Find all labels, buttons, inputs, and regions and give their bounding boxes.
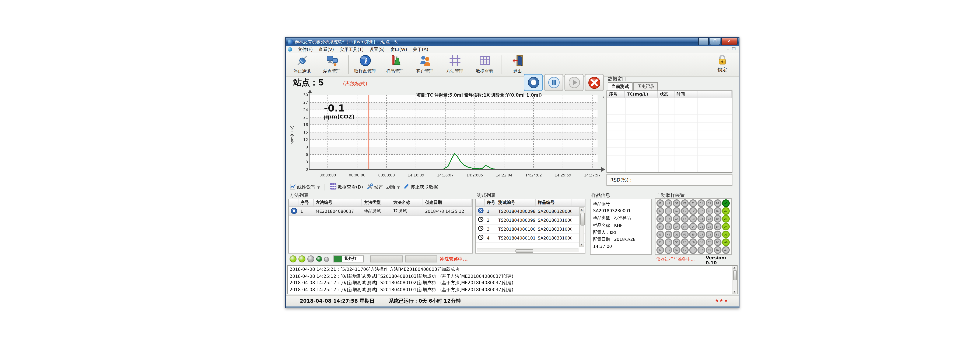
y-tick-label: 21 xyxy=(303,115,308,119)
well-label: C3 xyxy=(708,218,711,221)
well-label: F1 xyxy=(683,202,686,205)
well-label: A2 xyxy=(724,210,727,213)
sample-type: 样品类型：标准样品 xyxy=(593,215,649,222)
pen-icon xyxy=(403,183,409,191)
y-axis-label: ppm(CO2) xyxy=(290,126,294,145)
status-light-1 xyxy=(290,256,296,262)
scroll-thumb[interactable] xyxy=(580,213,585,226)
pause-button[interactable] xyxy=(544,74,563,91)
log-scrollbar[interactable]: ▲ ▼ xyxy=(732,266,737,294)
table-row[interactable]: 2 TS201804080099 SA201803310000 xyxy=(476,216,585,225)
scroll-up-arrow[interactable]: ▲ xyxy=(580,208,584,211)
title-bar[interactable]: 泰林总有机碳分析系统软件[zt(jbyh)郑州] - [站点：5] – ❐ ✕ xyxy=(286,38,739,46)
scroll-down-arrow[interactable]: ▼ xyxy=(732,290,736,294)
test-pending-clock-icon xyxy=(478,217,484,224)
menu-file[interactable]: 文件(F) xyxy=(298,46,313,53)
well-label: C4 xyxy=(708,225,711,228)
settings-button[interactable]: 设置 xyxy=(366,183,383,191)
cell-sample-no: SA201803310002 xyxy=(536,235,571,241)
refresh-label: 刷新 xyxy=(386,184,395,190)
x-tick-label: 00:00:00 xyxy=(349,173,366,177)
status-light-3 xyxy=(307,256,314,262)
toolbar-separator xyxy=(501,55,501,74)
child-restore-button[interactable]: ❐ xyxy=(732,46,736,53)
well-label: G1 xyxy=(675,202,678,205)
exit-button[interactable]: 退出 xyxy=(503,53,533,75)
maximize-button[interactable]: ❐ xyxy=(710,38,721,45)
well-label: I6 xyxy=(659,241,662,244)
cell-test-no: TS201804080098 xyxy=(496,209,536,214)
well-label: H7 xyxy=(667,249,670,252)
menu-settings[interactable]: 设置(S) xyxy=(369,46,385,53)
log-line: 2018-04-08 14:25:12：[0/]新增测试 测试[TS201804… xyxy=(290,273,735,280)
minimize-button[interactable]: – xyxy=(698,38,709,45)
col-seq: 序号 xyxy=(607,91,625,98)
cell-method-type: 样品测试 xyxy=(362,208,391,214)
toolbar-separator xyxy=(348,55,349,74)
toolbar-label: 退出 xyxy=(513,68,522,75)
users-icon xyxy=(418,54,431,68)
linear-settings-label: 线性设置 xyxy=(297,184,315,190)
method-list-table: 序号 方法编号 方法类型 方法名称 创建日期 1 ME201804080037 … xyxy=(288,199,473,254)
menu-view[interactable]: 查看(V) xyxy=(318,46,334,53)
table-row[interactable]: 1 ME201804080037 样品测试 TC测试 2018/4/8 14:2… xyxy=(289,207,472,216)
sampling-point-manage-button[interactable]: i 取样点管理 xyxy=(350,53,380,75)
well-label: B3 xyxy=(716,218,719,221)
well-label: B7 xyxy=(716,249,719,252)
col-method-type: 方法类型 xyxy=(362,199,391,206)
stop-comm-button[interactable]: 停止通讯 xyxy=(287,53,317,75)
menu-tools[interactable]: 实用工具(T) xyxy=(340,46,364,53)
well-label: C1 xyxy=(708,202,711,205)
scroll-thumb[interactable] xyxy=(733,270,737,280)
well-label: F2 xyxy=(683,210,686,213)
table-row[interactable]: 4 TS201804080101 SA201803310002 xyxy=(476,234,585,243)
col-state: 状态 xyxy=(658,91,675,98)
horizontal-scrollbar[interactable] xyxy=(477,248,579,252)
test-running-icon xyxy=(478,208,484,215)
data-window-title: 数据窗口 xyxy=(608,76,627,82)
method-manage-button[interactable]: 方法管理 xyxy=(440,53,469,75)
table-row[interactable]: 1 TS201804080098 SA201803280001 xyxy=(476,207,585,216)
stop-button[interactable] xyxy=(524,74,543,91)
vertical-scrollbar[interactable]: ▲ ▼ xyxy=(579,207,584,247)
well-label: A7 xyxy=(724,249,727,252)
exit-door-icon xyxy=(511,54,524,68)
x-tick-label: 14:24:02 xyxy=(525,173,542,177)
cell-sample-no: SA201803280001 xyxy=(536,209,571,214)
status-lights xyxy=(290,256,329,262)
menu-window[interactable]: 窗口(W) xyxy=(390,46,407,53)
table-header: 序号 方法编号 方法类型 方法名称 创建日期 xyxy=(289,199,472,207)
stop-acquire-button[interactable]: 停止获取数据 xyxy=(403,183,438,191)
current-value-unit: ppm(CO2) xyxy=(324,114,355,120)
x-tick-label: 14:16:09 xyxy=(408,173,424,177)
data-view-button[interactable]: 数据查看 xyxy=(469,53,500,75)
play-button[interactable] xyxy=(565,74,584,91)
window-bottom-border xyxy=(286,306,739,308)
customer-manage-button[interactable]: 客户管理 xyxy=(410,53,440,75)
sample-manage-button[interactable]: 样品管理 xyxy=(380,53,410,75)
well-label: E3 xyxy=(692,218,695,221)
scroll-down-arrow[interactable]: ▼ xyxy=(580,243,584,246)
menu-about[interactable]: 关于(A) xyxy=(413,46,428,53)
sample-name: 样品名称：KHP xyxy=(593,222,649,229)
cell-seq: 4 xyxy=(485,235,496,241)
col-created: 创建日期 xyxy=(423,199,471,206)
refresh-button[interactable]: 刷新 ▼ xyxy=(386,184,400,190)
toolbar-label: 数据查看 xyxy=(476,68,493,75)
lock-button[interactable]: 锁定 xyxy=(711,54,734,73)
station-manage-button[interactable]: 站点管理 xyxy=(317,53,347,75)
window-title: 泰林总有机碳分析系统软件[zt(jbyh)郑州] - [站点：5] xyxy=(294,38,399,45)
menu-bar: 文件(F) 查看(V) 实用工具(T) 设置(S) 窗口(W) 关于(A) ‒ … xyxy=(286,46,739,53)
table-row[interactable]: 3 TS201804080100 SA201803310001 xyxy=(476,225,585,234)
linear-settings-button[interactable]: 线性设置 ▼ xyxy=(290,183,320,191)
scroll-up-arrow[interactable]: ▲ xyxy=(732,266,736,269)
child-minimize-button[interactable]: ‒ xyxy=(727,46,729,53)
toolbar-label: 客户管理 xyxy=(416,68,434,75)
scroll-thumb[interactable] xyxy=(515,249,533,253)
data-view-d-button[interactable]: 数据查看(D) xyxy=(329,183,363,191)
well-label: C5 xyxy=(708,233,711,236)
well-label: D7 xyxy=(700,249,703,252)
well-label: D5 xyxy=(700,233,703,236)
close-button[interactable]: ✕ xyxy=(721,38,738,45)
abort-button[interactable] xyxy=(585,74,604,91)
